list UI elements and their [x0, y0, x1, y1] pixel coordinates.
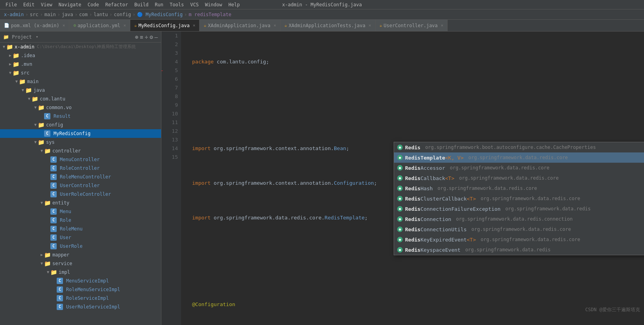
menu-tools[interactable]: Tools	[167, 2, 187, 7]
bc-java[interactable]: java	[61, 12, 74, 17]
tree-item-main[interactable]: ▼ 📁 main	[0, 77, 161, 86]
tree-item-impl[interactable]: ▼ 📁 impl	[0, 268, 161, 277]
bc-main[interactable]: main	[44, 12, 57, 17]
autocomplete-dropdown[interactable]: ● Redis org.springframework.boot.autocon…	[394, 142, 644, 255]
menu-refactor[interactable]: Refactor	[102, 2, 131, 7]
tree-item-src[interactable]: ▼ 📁 src	[0, 69, 161, 77]
tree-item-rolecontroller[interactable]: C RoleController	[0, 164, 161, 173]
tree-item-mvn[interactable]: ▶ 📁 .mvn	[0, 60, 161, 69]
ac-item-rediskeyspace[interactable]: ● RedisKeyspaceEvent org.springframework…	[394, 245, 644, 255]
close-pom-button[interactable]: ×	[63, 23, 65, 28]
tree-item-rolemenu[interactable]: C RoleMenu	[0, 225, 161, 233]
menu-view[interactable]: View	[38, 2, 56, 7]
tab-application[interactable]: ⚙ application.yml ×	[69, 20, 130, 32]
tree-item-sys[interactable]: ▼ 📁 sys	[0, 138, 161, 147]
label-xadmin: x-admin	[15, 43, 35, 50]
label-userrolecontroller: UserRoleController	[60, 191, 111, 198]
bc-com[interactable]: com	[78, 12, 89, 17]
ac-item-redis[interactable]: ● Redis org.springframework.boot.autocon…	[394, 142, 644, 152]
bc-config[interactable]: config	[113, 12, 131, 17]
menu-help[interactable]: Help	[225, 2, 243, 7]
ac-item-redisconn[interactable]: ● RedisConnection org.springframework.da…	[394, 214, 644, 224]
label-userrole: UserRole	[60, 243, 83, 250]
ac-item-rediscallback[interactable]: ● RedisCallback<T> org.springframework.d…	[394, 173, 644, 183]
tab-xadminapplication[interactable]: ☕ XAdminApplication.java ×	[200, 20, 280, 32]
tree-item-menuserviceimpl[interactable]: C MenuServiceImpl	[0, 277, 161, 285]
tree-item-controller[interactable]: ▼ 📁 controller	[0, 147, 161, 155]
ac-item-redisconnutils[interactable]: ● RedisConnectionUtils org.springframewo…	[394, 224, 644, 234]
bc-redistemplate[interactable]: m redisTemplate	[188, 12, 232, 17]
close-myredisconfig-button[interactable]: ×	[193, 23, 196, 28]
ac-icon-rediskeyspace: ●	[397, 247, 403, 253]
tree-item-rolemenuserviceimpl[interactable]: C RoleMenuServiceImpl	[0, 285, 161, 294]
tree-item-config[interactable]: ▼ 📁 config	[0, 121, 161, 129]
menu-file[interactable]: File	[2, 2, 20, 7]
tree-item-comlantu[interactable]: ▼ 📁 com.lantu	[0, 95, 161, 103]
toggle-comlantu: ▼	[27, 95, 31, 102]
bc-lantu[interactable]: lantu	[93, 12, 109, 17]
tree-item-java[interactable]: ▼ 📁 java	[0, 86, 161, 95]
tree-item-usercontroller[interactable]: C UserController	[0, 181, 161, 190]
ac-item-redisclustercallback[interactable]: ● RedisClusterCallback<T> org.springfram…	[394, 193, 644, 204]
menu-run[interactable]: Run	[152, 2, 167, 7]
menu-navigate[interactable]: Navigate	[56, 2, 85, 7]
tree-item-rolemenucontroller[interactable]: C RoleMenuController	[0, 173, 161, 181]
tree-item-result[interactable]: C Result	[0, 112, 161, 121]
bc-src[interactable]: src	[29, 12, 39, 17]
hide-icon[interactable]: —	[155, 34, 158, 40]
project-dropdown[interactable]: ▾	[36, 34, 39, 39]
tab-usercontroller[interactable]: ☕ UserController.java ×	[376, 20, 448, 32]
menu-code[interactable]: Code	[85, 2, 102, 7]
tree-item-roleserviceimpl[interactable]: C RoleServiceImpl	[0, 294, 161, 303]
menu-build[interactable]: Build	[131, 2, 152, 7]
class-icon-userroleserviceimpl: C	[57, 304, 63, 310]
collapse-icon[interactable]: ≡	[140, 34, 143, 40]
close-usercontroller-button[interactable]: ×	[441, 23, 444, 28]
tab-pom-label: pom.xml (x-admin)	[11, 23, 59, 28]
tree-item-menu[interactable]: C Menu	[0, 207, 161, 216]
tree-item-idea[interactable]: ▶ 📁 .idea	[0, 51, 161, 60]
ac-item-redisaccessor[interactable]: ● RedisAccessor org.springframework.data…	[394, 163, 644, 173]
tree-item-myredisconfig[interactable]: C MyRedisConfig	[0, 129, 161, 138]
tree-item-service[interactable]: ▼ 📁 service	[0, 259, 161, 268]
tree-item-menucontroller[interactable]: C MenuController	[0, 155, 161, 164]
ac-pkg-redisconn: org.springframework.data.redis.connectio…	[456, 216, 572, 222]
label-usercontroller: UserController	[60, 182, 100, 189]
menu-vcs[interactable]: VCS	[187, 2, 202, 7]
tree-item-role[interactable]: C Role	[0, 216, 161, 225]
tab-myredisconfig[interactable]: ☕ MyRedisConfig.java ×	[130, 20, 200, 32]
close-xadminapplicationtests-button[interactable]: ×	[368, 23, 371, 28]
tree-item-commonvo[interactable]: ▼ 📁 common.vo	[0, 103, 161, 112]
tree-item-userrole[interactable]: C UserRole	[0, 242, 161, 251]
bc-myredisconfig[interactable]: 🔵 MyRedisConfig	[136, 12, 183, 17]
code-area[interactable]: 1 2 3 4 —5 6 7 8 9 10 11 12 13 14 15	[161, 32, 644, 325]
sync-icon[interactable]: ⊕	[135, 34, 138, 40]
tree-item-entity[interactable]: ▼ 📁 entity	[0, 199, 161, 207]
label-user: User	[60, 234, 71, 241]
ac-item-redisconnfailure[interactable]: ● RedisConnectionFailureException org.sp…	[394, 204, 644, 214]
main-area: 📁 Project ▾ ⊕ ≡ ÷ ⚙ — ▼ 📁 x-admin C:\Use…	[0, 32, 644, 325]
close-application-button[interactable]: ×	[123, 23, 126, 28]
toggle-java: ▼	[20, 87, 25, 94]
tree-item-userroleserviceimpl[interactable]: C UserRoleServiceImpl	[0, 303, 161, 311]
label-userroleserviceimpl: UserRoleServiceImpl	[66, 303, 120, 310]
bc-xadmin[interactable]: x-admin	[3, 12, 25, 17]
menu-window[interactable]: Window	[202, 2, 225, 7]
menu-edit[interactable]: Edit	[20, 2, 38, 7]
tab-pom[interactable]: 📄 pom.xml (x-admin) ×	[0, 20, 69, 32]
ac-item-rediskeyexpired[interactable]: ● RedisKeyExpiredEvent<T> org.springfram…	[394, 234, 644, 245]
tree-item-user[interactable]: C User	[0, 233, 161, 242]
ac-item-redistemplate[interactable]: ● RedisTemplate<K, V> org.springframewor…	[394, 152, 644, 163]
settings-icon[interactable]: ÷	[145, 34, 148, 40]
ac-item-redishash[interactable]: ● RedisHash org.springframework.data.red…	[394, 183, 644, 193]
class-icon-menucontroller: C	[50, 156, 57, 163]
tree-item-mapper[interactable]: ▶ 📁 mapper	[0, 251, 161, 259]
java-icon2: ☕	[204, 23, 206, 28]
close-xadminapplication-button[interactable]: ×	[274, 23, 276, 28]
folder-icon-comlantu: 📁	[31, 95, 38, 102]
tree-item-xadmin[interactable]: ▼ 📁 x-admin C:\Users\dacai\Desktop\神盾局特工…	[0, 43, 161, 51]
gear-icon[interactable]: ⚙	[150, 34, 153, 40]
tab-xadminapplicationtests[interactable]: ☕ XAdminApplicationTests.java ×	[281, 20, 376, 32]
label-src: src	[21, 69, 30, 76]
tree-item-userrolecontroller[interactable]: C UserRoleController	[0, 190, 161, 199]
